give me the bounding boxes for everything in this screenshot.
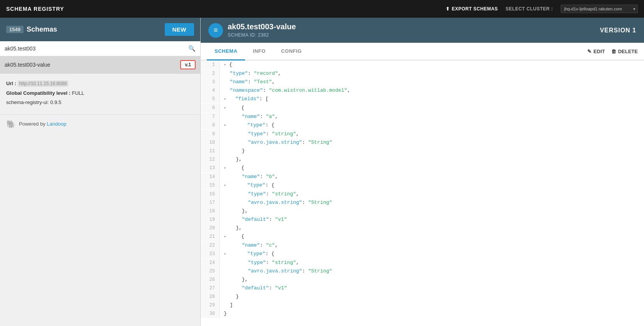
- schema-list-item[interactable]: ak05.test003-value v.1: [0, 56, 200, 74]
- line-number: 17: [201, 198, 220, 207]
- line-number: 15: [201, 181, 220, 190]
- code-line: 17 "avro.java.string": "String": [201, 198, 644, 207]
- line-number: 11: [201, 147, 220, 155]
- info-section: Url : http://10.11.15.16:8088 Global Com…: [0, 74, 200, 115]
- fold-marker-icon[interactable]: ▾: [224, 166, 228, 170]
- export-schemas-button[interactable]: EXPORT SCHEMAS: [446, 6, 498, 12]
- line-content: ▾ "type": {: [220, 250, 274, 259]
- code-line: 4 "namespace": "com.wistron.witlab.model…: [201, 86, 644, 95]
- line-number: 14: [201, 173, 220, 181]
- schema-title-group: ≡ ak05.test003-value SCHEMA ID: 2382: [208, 22, 296, 38]
- edit-button[interactable]: ✎ EDIT: [587, 45, 605, 57]
- code-line: 24 "type": "string",: [201, 259, 644, 267]
- line-number: 28: [201, 292, 220, 301]
- search-schema-name: ak05.test003: [5, 45, 35, 52]
- line-number: 9: [201, 130, 220, 138]
- code-line: 29 ]: [201, 301, 644, 309]
- line-content: "avro.java.string": "String": [220, 198, 332, 207]
- right-header: ≡ ak05.test003-value SCHEMA ID: 2382 VER…: [201, 18, 644, 43]
- line-number: 3: [201, 78, 220, 86]
- elephant-icon: 🐘: [6, 119, 16, 129]
- line-number: 2: [201, 69, 220, 78]
- search-icon[interactable]: 🔍: [188, 45, 196, 52]
- line-content: ]: [220, 301, 233, 309]
- tabs-left: SCHEMA INFO CONFIG: [207, 43, 309, 60]
- line-number: 20: [201, 224, 220, 232]
- new-schema-button[interactable]: NEW: [165, 23, 194, 36]
- line-number: 6: [201, 104, 220, 112]
- line-content: ▾ {: [220, 104, 244, 113]
- code-line: 23▾ "type": {: [201, 250, 644, 259]
- nav-right: EXPORT SCHEMAS SELECT CLUSTER : jhq-d1v-…: [446, 5, 638, 13]
- fold-marker-icon[interactable]: ▾: [224, 183, 228, 188]
- code-line: 22 "name": "c",: [201, 241, 644, 250]
- code-line: 5▾ "fields": [: [201, 95, 644, 104]
- version-label: VERSION 1: [600, 27, 636, 34]
- line-number: 10: [201, 138, 220, 147]
- line-content: ▾ {: [220, 232, 244, 241]
- code-line: 28 }: [201, 292, 644, 301]
- url-row: Url : http://10.11.15.16:8088: [6, 80, 194, 87]
- fold-marker-icon[interactable]: ▾: [224, 252, 228, 256]
- global-compat-label: Global Compatibility level :: [6, 90, 71, 96]
- line-content: "type": "string",: [220, 259, 299, 267]
- global-compat-value: FULL: [72, 90, 85, 96]
- line-content: "name": "c",: [220, 241, 278, 250]
- schema-name-heading: ak05.test003-value: [228, 22, 296, 31]
- line-content: ▾ {: [220, 164, 244, 173]
- cluster-select[interactable]: jhq-d1v-ljelloapd1.rakuten.com: [561, 5, 638, 13]
- tab-schema[interactable]: SCHEMA: [207, 43, 245, 60]
- fold-marker-icon[interactable]: ▾: [224, 106, 228, 110]
- schemas-label: Schemas: [27, 25, 57, 34]
- tab-config[interactable]: CONFIG: [273, 43, 309, 60]
- cluster-select-wrapper: jhq-d1v-ljelloapd1.rakuten.com: [561, 5, 638, 13]
- code-editor: 1▾ {2 "type": "record",3 "name": "Test",…: [201, 60, 644, 326]
- line-content: ▾ "fields": [: [220, 95, 268, 104]
- line-content: }: [220, 147, 245, 155]
- code-line: 3 "name": "Test",: [201, 78, 644, 86]
- code-line: 19 "default": "v1": [201, 215, 644, 224]
- line-content: "type": "string",: [220, 190, 299, 198]
- version-badge[interactable]: v.1: [180, 60, 196, 69]
- tab-info[interactable]: INFO: [245, 43, 273, 60]
- code-line: 16 "type": "string",: [201, 190, 644, 198]
- delete-button[interactable]: 🗑 DELETE: [611, 45, 638, 57]
- line-number: 22: [201, 241, 220, 250]
- line-content: }: [220, 292, 239, 301]
- main-layout: 1549 Schemas NEW ak05.test003 🔍 ak05.tes…: [0, 18, 644, 326]
- line-number: 26: [201, 276, 220, 284]
- right-panel: ≡ ak05.test003-value SCHEMA ID: 2382 VER…: [201, 18, 644, 326]
- tabs-bar: SCHEMA INFO CONFIG ✎ EDIT 🗑 DELETE: [201, 43, 644, 60]
- line-number: 4: [201, 86, 220, 95]
- code-line: 8▾ "type": {: [201, 121, 644, 130]
- line-content: "name": "b",: [220, 173, 278, 181]
- line-number: 19: [201, 215, 220, 224]
- line-number: 12: [201, 155, 220, 164]
- line-content: "default": "v1": [220, 284, 287, 292]
- url-label: Url :: [6, 81, 16, 86]
- fold-marker-icon[interactable]: ▾: [224, 235, 228, 239]
- line-content: "avro.java.string": "String": [220, 138, 332, 147]
- global-compat-row: Global Compatibility level : FULL: [6, 89, 194, 97]
- landoop-link[interactable]: Landoop: [47, 121, 66, 127]
- line-content: "avro.java.string": "String": [220, 267, 332, 276]
- fold-marker-icon[interactable]: ▾: [224, 97, 228, 101]
- code-line: 13▾ {: [201, 164, 644, 173]
- line-content: "type": "string",: [220, 130, 299, 138]
- schemas-count-badge: 1549: [6, 26, 24, 33]
- fold-marker-icon[interactable]: ▾: [224, 123, 228, 128]
- line-number: 25: [201, 267, 220, 276]
- line-content: "type": "record",: [220, 69, 281, 78]
- code-line: 11 }: [201, 147, 644, 155]
- url-value: http://10.11.15.16:8088: [18, 81, 68, 87]
- line-content: },: [220, 155, 242, 164]
- line-number: 18: [201, 207, 220, 215]
- schema-document-icon: ≡: [208, 23, 223, 38]
- line-content: "name": "a",: [220, 113, 278, 121]
- version-row: schema-registry-ui: 0.9.5: [6, 99, 194, 106]
- line-content: "default": "v1": [220, 215, 287, 224]
- fold-marker-icon[interactable]: ▾: [224, 63, 228, 67]
- code-line: 9 "type": "string",: [201, 130, 644, 138]
- line-content: "name": "Test",: [220, 78, 275, 86]
- line-number: 24: [201, 259, 220, 267]
